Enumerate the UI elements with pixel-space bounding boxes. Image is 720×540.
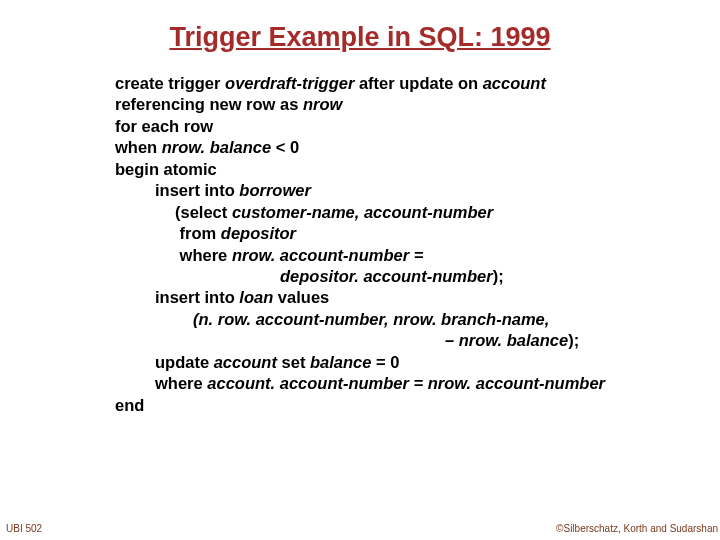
code-line: insert into loan values	[115, 287, 720, 308]
ident: – nrow. balance	[445, 331, 568, 349]
kw: create trigger	[115, 74, 225, 92]
footer-copyright: ©Silberschatz, Korth and Sudarshan	[556, 523, 718, 534]
kw: update	[155, 353, 214, 371]
code-line: create trigger overdraft-trigger after u…	[115, 73, 720, 94]
kw: where	[180, 246, 232, 264]
op: = 0	[376, 353, 399, 371]
code-line: referencing new row as nrow	[115, 94, 720, 115]
kw: (select	[175, 203, 232, 221]
ident: nrow. account-number =	[232, 246, 423, 264]
ident: depositor	[221, 224, 296, 242]
punct: );	[493, 267, 504, 285]
ident: nrow	[303, 95, 342, 113]
code-line: – nrow. balance);	[115, 330, 720, 351]
code-line: (select customer-name, account-number	[115, 202, 720, 223]
op: < 0	[276, 138, 299, 156]
code-line: where account. account-number = nrow. ac…	[115, 373, 720, 394]
kw: values	[278, 288, 329, 306]
ident: loan	[239, 288, 278, 306]
code-line: from depositor	[115, 223, 720, 244]
code-line: insert into borrower	[115, 180, 720, 201]
kw: referencing new row as	[115, 95, 303, 113]
ident: account	[214, 353, 282, 371]
kw: where	[155, 374, 207, 392]
code-block: create trigger overdraft-trigger after u…	[115, 73, 720, 416]
ident: depositor. account-number	[280, 267, 493, 285]
ident: account. account-number = nrow. account-…	[207, 374, 605, 392]
ident: borrower	[239, 181, 311, 199]
kw: insert into	[155, 288, 239, 306]
code-line: when nrow. balance < 0	[115, 137, 720, 158]
code-line: depositor. account-number);	[115, 266, 720, 287]
kw: after update on	[359, 74, 483, 92]
kw: insert into	[155, 181, 239, 199]
code-line: for each row	[115, 116, 720, 137]
code-line: update account set balance = 0	[115, 352, 720, 373]
ident: account	[483, 74, 546, 92]
slide-title: Trigger Example in SQL: 1999	[0, 22, 720, 53]
ident: customer-name, account-number	[232, 203, 493, 221]
slide: Trigger Example in SQL: 1999 create trig…	[0, 22, 720, 540]
ident: balance	[310, 353, 376, 371]
footer-course-code: UBI 502	[6, 523, 42, 534]
kw: set	[282, 353, 310, 371]
punct: );	[568, 331, 579, 349]
ident: overdraft-trigger	[225, 74, 359, 92]
code-line: end	[115, 395, 720, 416]
kw: when	[115, 138, 162, 156]
ident: (n. row. account-number, nrow. branch-na…	[193, 310, 549, 328]
ident: nrow. balance	[162, 138, 276, 156]
code-line: (n. row. account-number, nrow. branch-na…	[115, 309, 720, 330]
code-line: where nrow. account-number =	[115, 245, 720, 266]
code-line: begin atomic	[115, 159, 720, 180]
kw: from	[180, 224, 221, 242]
